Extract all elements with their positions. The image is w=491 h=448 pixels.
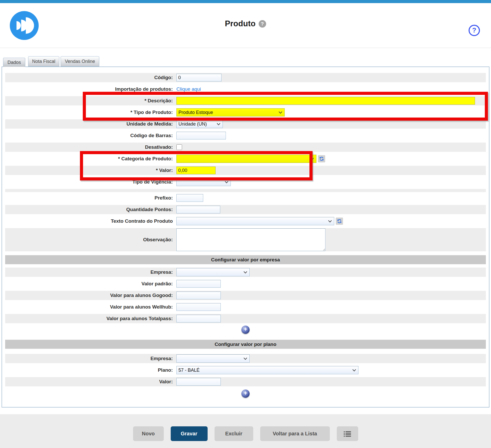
valor-totalpass-label: Valor para alunos Totalpass:	[5, 316, 174, 321]
valor-padrao-label: Valor padrão:	[5, 281, 174, 287]
row-valor-wellhub: Valor para alunos Wellhub:	[5, 302, 486, 312]
plano-label: Plano:	[5, 367, 174, 373]
title-help-icon[interactable]: ?	[259, 20, 266, 28]
empresa-plano-select[interactable]	[176, 354, 250, 363]
chevron-down-icon	[217, 123, 220, 125]
valor-totalpass-input[interactable]	[176, 315, 221, 322]
gravar-button[interactable]: Gravar	[171, 426, 208, 441]
voltar-lista-button[interactable]: Voltar para a Lista	[260, 426, 330, 441]
row-importacao: Importação de produtos: Clique aqui	[5, 85, 486, 94]
valor-input[interactable]	[176, 167, 216, 174]
tipo-vigencia-label: Tipo de Vigência:	[5, 179, 174, 185]
importacao-label: Importação de produtos:	[5, 86, 174, 92]
row-unidade-medida: Unidade de Medida: Unidade (UN)	[5, 119, 486, 129]
row-empresa: Empresa:	[5, 268, 486, 277]
unidade-medida-select[interactable]: Unidade (UN)	[176, 120, 223, 128]
valor-label: * Valor:	[5, 168, 174, 173]
texto-contrato-select[interactable]	[176, 217, 334, 225]
add-valor-empresa-button[interactable]: +	[241, 326, 250, 334]
row-valor: * Valor:	[5, 166, 486, 175]
row-valor-padrao: Valor padrão:	[5, 279, 486, 288]
desativado-checkbox[interactable]	[176, 144, 182, 150]
action-bar: Novo Gravar Excluir Voltar para a Lista	[0, 414, 491, 448]
plano-value: 57 - BALÉ	[178, 368, 200, 373]
prefixo-input[interactable]	[176, 194, 203, 202]
valor-padrao-input[interactable]	[176, 280, 221, 288]
row-codigo-barras: Código de Barras:	[5, 131, 486, 140]
observacao-label: Observação:	[5, 237, 174, 243]
row-tipo-produto: * Tipo de Produto: Produto Estoque	[5, 108, 486, 117]
chevron-down-icon	[310, 158, 314, 160]
add-row-plano: +	[2, 389, 489, 398]
row-valor-gogood: Valor para alunos Gogood:	[5, 291, 486, 300]
top-accent-bar	[0, 0, 491, 3]
quantidade-pontos-label: Quantidade Pontos:	[5, 207, 174, 212]
refresh-categoria-button[interactable]	[318, 155, 325, 162]
unidade-medida-label: Unidade de Medida:	[5, 121, 174, 127]
row-texto-contrato: Texto Contrato do Produto	[5, 217, 486, 226]
tipo-produto-label: * Tipo de Produto:	[5, 110, 174, 115]
row-desativado: Desativado:	[5, 143, 486, 152]
chevron-down-icon	[279, 111, 282, 114]
section-header-valor-plano: Configurar valor por plano	[5, 340, 486, 349]
row-empresa-plano: Empresa:	[5, 354, 486, 363]
row-quantidade-pontos: Quantidade Pontos:	[5, 205, 486, 214]
plano-select[interactable]: 57 - BALÉ	[176, 366, 358, 374]
chevron-down-icon	[352, 369, 356, 371]
row-valor-totalpass: Valor para alunos Totalpass:	[5, 314, 486, 323]
codigo-barras-input[interactable]	[176, 132, 226, 139]
categoria-label: * Categoria de Produto:	[5, 156, 174, 162]
page-header: Produto? ?	[0, 3, 491, 48]
row-prefixo: Prefixo:	[5, 193, 486, 203]
valor-gogood-input[interactable]	[176, 292, 221, 299]
descricao-label: * Descrição:	[5, 98, 174, 104]
add-valor-plano-button[interactable]: +	[241, 389, 250, 398]
unidade-medida-value: Unidade (UN)	[178, 121, 207, 127]
quantidade-pontos-input[interactable]	[176, 206, 220, 213]
form-panel: Código: Importação de produtos: Clique a…	[2, 67, 489, 408]
clique-aqui-link[interactable]: Clique aqui	[176, 86, 201, 92]
chevron-down-icon	[225, 181, 228, 183]
page-title: Produto	[225, 19, 256, 28]
row-valor-plano: Valor:	[5, 377, 486, 386]
refresh-icon	[336, 218, 342, 224]
empresa-label: Empresa:	[5, 269, 174, 275]
categoria-select[interactable]	[176, 155, 316, 163]
valor-gogood-label: Valor para alunos Gogood:	[5, 293, 174, 298]
valor-wellhub-label: Valor para alunos Wellhub:	[5, 304, 174, 310]
novo-button[interactable]: Novo	[133, 426, 164, 441]
row-plano: Plano: 57 - BALÉ	[5, 366, 486, 375]
empresa-plano-label: Empresa:	[5, 356, 174, 361]
codigo-input[interactable]	[176, 74, 222, 81]
valor-plano-label: Valor:	[5, 379, 174, 385]
tipo-produto-select[interactable]: Produto Estoque	[176, 108, 285, 117]
page-help-icon[interactable]: ?	[469, 25, 480, 36]
lista-button[interactable]	[337, 426, 358, 441]
valor-wellhub-input[interactable]	[176, 303, 221, 311]
desativado-label: Desativado:	[5, 144, 174, 150]
tab-bar: Dados Nota Fiscal Vendas Online	[3, 56, 491, 67]
excluir-button[interactable]: Excluir	[215, 426, 253, 441]
app-logo	[10, 11, 39, 40]
row-tipo-vigencia: Tipo de Vigência:	[5, 177, 486, 187]
descricao-input[interactable]	[176, 97, 475, 105]
codigo-barras-label: Código de Barras:	[5, 133, 174, 138]
prefixo-label: Prefixo:	[5, 195, 174, 201]
row-categoria: * Categoria de Produto:	[5, 154, 486, 163]
tab-nota-fiscal[interactable]: Nota Fiscal	[28, 56, 59, 67]
chevron-down-icon	[243, 358, 247, 360]
tipo-vigencia-select[interactable]	[176, 178, 231, 186]
row-observacao: Observação:	[5, 228, 486, 251]
list-icon	[344, 431, 351, 437]
section-header-valor-empresa: Configurar valor por empresa	[5, 255, 486, 264]
empty-row	[5, 189, 486, 192]
tab-dados[interactable]: Dados	[3, 58, 25, 67]
chevron-down-icon	[243, 271, 247, 273]
row-descricao: * Descrição:	[5, 96, 486, 105]
empresa-select[interactable]	[176, 268, 250, 276]
chevron-down-icon	[328, 220, 332, 222]
refresh-texto-contrato-button[interactable]	[336, 218, 343, 225]
tab-vendas-online[interactable]: Vendas Online	[61, 56, 99, 67]
observacao-textarea[interactable]	[176, 228, 325, 251]
valor-plano-input[interactable]	[176, 378, 221, 386]
